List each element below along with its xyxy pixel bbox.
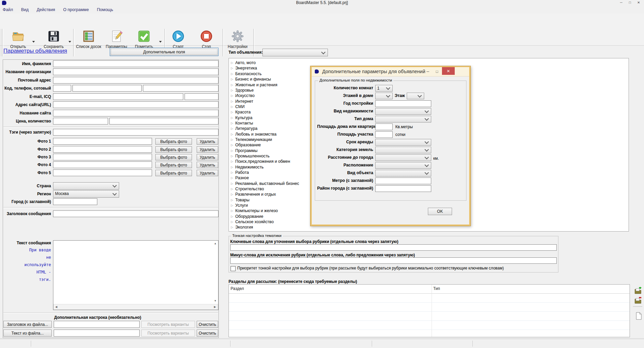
text-from-file-input[interactable] (54, 330, 140, 337)
menu-file[interactable]: Файл (3, 7, 17, 12)
tree-expand-icon[interactable]: ▷ (231, 171, 233, 174)
tree-expand-icon[interactable]: ▷ (231, 149, 233, 152)
photo4-delete-button[interactable]: Удалить (197, 162, 218, 168)
message-text-area[interactable] (53, 240, 218, 310)
tree-item-label[interactable]: Красота (235, 110, 251, 114)
minus-words-input[interactable] (230, 257, 557, 264)
tree-item-label[interactable]: Сельское хозяйство (235, 219, 274, 224)
tree-item-label[interactable]: Животные и растения (235, 83, 277, 87)
mark-dropdown-icon[interactable] (159, 41, 162, 43)
text-view-variants-button[interactable]: Посмотреть варианты (141, 330, 195, 337)
land-area-input[interactable] (375, 131, 393, 138)
open-dropdown-icon[interactable] (32, 41, 35, 43)
tree-item-label[interactable]: Экология (235, 225, 253, 230)
tree-expand-icon[interactable]: ▷ (231, 160, 233, 163)
priority-checkbox[interactable] (231, 266, 236, 271)
tree-expand-icon[interactable]: ▷ (231, 116, 233, 119)
tree-expand-icon[interactable]: ▷ (231, 133, 233, 136)
ad-type-select[interactable] (262, 49, 328, 56)
tree-item-label[interactable]: Компьютеры и железо (235, 208, 278, 213)
tree-expand-icon[interactable]: ▷ (231, 154, 233, 158)
scroll-right-icon[interactable]: ▶ (212, 304, 217, 309)
floors-in-house-select[interactable] (375, 93, 393, 99)
keywords-input[interactable] (230, 244, 557, 251)
tree-expand-icon[interactable]: ▷ (231, 220, 233, 223)
tree-item-label[interactable]: Программы (235, 148, 257, 153)
tree-item-label[interactable]: Безопасность (235, 71, 261, 76)
dialog-minimize-icon[interactable]: ─ (424, 68, 432, 75)
text-clear-button[interactable]: Очистить (197, 330, 218, 337)
remove-section-folder-icon[interactable] (634, 297, 642, 304)
country-select[interactable] (53, 182, 119, 190)
organization-input[interactable] (53, 68, 218, 75)
header-clear-button[interactable]: Очистить (197, 321, 218, 328)
photo1-choose-button[interactable]: Выбрать фото (155, 138, 192, 145)
name-input[interactable] (53, 60, 218, 67)
tree-expand-icon[interactable]: ▷ (231, 66, 233, 70)
tree-expand-icon[interactable]: ▷ (231, 127, 233, 130)
tree-item-label[interactable]: Образование (235, 143, 261, 147)
city-input[interactable] (53, 198, 97, 205)
tree-expand-icon[interactable]: ▷ (231, 209, 233, 212)
tree-item-label[interactable]: Энергетика (235, 66, 257, 70)
tree-item-label[interactable]: Любовь и знакомства (235, 132, 277, 137)
menu-view[interactable]: Вид (21, 7, 33, 12)
header-from-file-input[interactable] (54, 321, 140, 328)
photo4-choose-button[interactable]: Выбрать фото (155, 162, 192, 168)
tree-item-label[interactable]: Услуги (235, 203, 248, 208)
email-input[interactable] (53, 93, 183, 100)
tree-expand-icon[interactable]: ▷ (231, 204, 233, 207)
rooms-count-select[interactable]: 1 (375, 85, 393, 92)
tree-expand-icon[interactable]: ▷ (231, 143, 233, 147)
board-list-button[interactable]: Список досок (75, 29, 102, 57)
tree-expand-icon[interactable]: ▷ (231, 100, 233, 103)
price-input[interactable] (53, 118, 108, 125)
scroll-up-icon[interactable]: ▲ (213, 241, 218, 246)
rent-term-select[interactable] (375, 139, 431, 146)
mobile-number-input[interactable] (143, 85, 218, 92)
tree-expand-icon[interactable]: ▷ (231, 110, 233, 114)
tree-item-label[interactable]: Недвижимость (235, 165, 264, 169)
photo5-choose-button[interactable]: Выбрать фото (155, 170, 192, 176)
tree-item-label[interactable]: Бизнес и финансы (235, 77, 271, 82)
minimize-window-icon[interactable]: ─ (617, 0, 626, 5)
tree-expand-icon[interactable]: ▷ (231, 105, 233, 108)
build-year-input[interactable] (375, 100, 431, 107)
photo3-choose-button[interactable]: Выбрать фото (155, 154, 192, 160)
quantity-input[interactable] (109, 118, 218, 125)
object-kind-select[interactable] (375, 170, 431, 177)
floor-select[interactable] (407, 93, 424, 99)
menu-actions[interactable]: Действия (37, 7, 59, 12)
land-category-select[interactable] (375, 147, 431, 153)
dialog-ok-button[interactable]: OK (428, 208, 452, 215)
tree-item-label[interactable]: СМИ (235, 104, 245, 109)
tree-expand-icon[interactable]: ▷ (231, 165, 233, 169)
photo4-input[interactable] (53, 161, 152, 168)
photo3-delete-button[interactable]: Удалить (197, 154, 218, 160)
tree-item-label[interactable]: Авто, мото (235, 60, 256, 65)
photo2-delete-button[interactable]: Удалить (197, 146, 218, 153)
tree-expand-icon[interactable]: ▷ (231, 72, 233, 76)
site-url-input[interactable] (53, 101, 218, 108)
extra-fields-button[interactable]: Дополнительные поля (110, 48, 218, 56)
add-section-folder-icon[interactable] (634, 287, 642, 294)
dialog-close-icon[interactable]: ✕ (442, 67, 455, 75)
city-distance-select[interactable] (375, 154, 431, 161)
tree-item-label[interactable]: Рекламный, выставочный бизнес (235, 181, 299, 186)
photo5-delete-button[interactable]: Удалить (197, 170, 218, 176)
postal-address-input[interactable] (53, 77, 218, 84)
tree-item-label[interactable]: Промышленность (235, 154, 269, 158)
tree-item-label[interactable]: Литература (235, 126, 257, 131)
photo1-input[interactable] (53, 138, 152, 145)
tree-expand-icon[interactable]: ▷ (231, 176, 233, 180)
photo2-input[interactable] (53, 146, 152, 153)
photo5-input[interactable] (53, 169, 152, 176)
region-select[interactable]: Москва (53, 190, 119, 198)
tree-expand-icon[interactable]: ▷ (231, 198, 233, 202)
new-document-icon[interactable] (635, 312, 642, 320)
tree-item-label[interactable]: Разное (235, 176, 249, 180)
tree-expand-icon[interactable]: ▷ (231, 121, 233, 125)
phone-code-input[interactable] (53, 85, 71, 92)
tree-expand-icon[interactable]: ▷ (231, 94, 233, 97)
site-name-input[interactable] (53, 110, 218, 116)
